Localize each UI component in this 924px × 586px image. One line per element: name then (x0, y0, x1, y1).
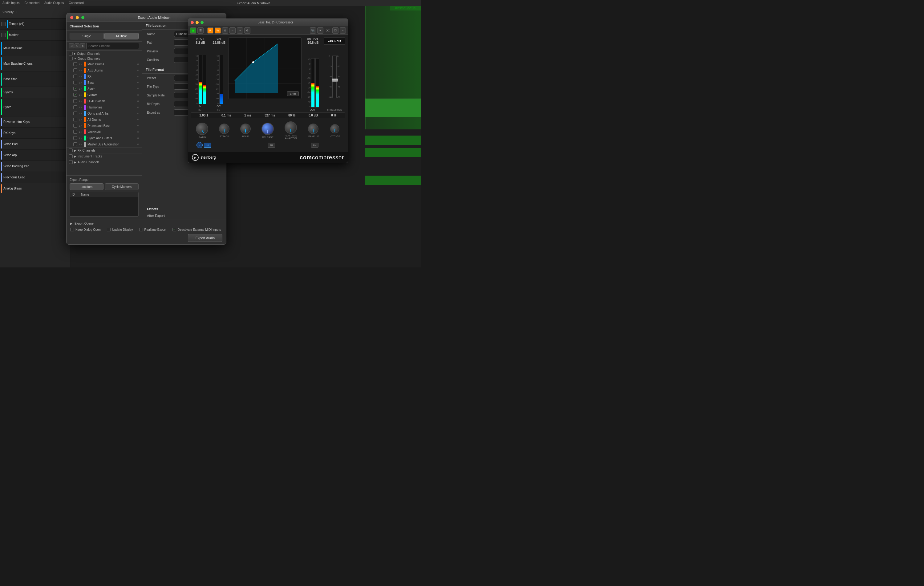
export-audio-button[interactable]: Export Audio (188, 234, 223, 242)
live-btn[interactable]: LIVE (287, 91, 299, 96)
realtime-export-item[interactable]: Realtime Export (139, 228, 166, 231)
instrument-tracks-checkbox[interactable] (69, 154, 73, 158)
ratio-knob[interactable] (196, 123, 208, 135)
bass-checkbox[interactable] (73, 81, 77, 84)
comp-qc-btn2[interactable]: ≡ (340, 27, 346, 34)
guitars-checkbox[interactable]: ✓ (73, 93, 77, 97)
comp-arrow-right-btn[interactable]: → (237, 27, 243, 34)
hold-knob[interactable] (240, 124, 251, 134)
aux-drums-checkbox[interactable] (73, 68, 77, 72)
analysis-knob[interactable] (285, 121, 297, 134)
drymix-val: 0 % (331, 114, 337, 117)
fx-channels-checkbox[interactable] (69, 149, 73, 152)
back-icon[interactable]: ◁ (69, 43, 74, 48)
export-mixdown-title: Export Audio Mixdown (89, 1, 418, 5)
channel-bass[interactable]: ♪♪ Bass ∞ (66, 79, 142, 86)
search-channel-input[interactable] (86, 43, 139, 49)
output-channels-header[interactable]: ▶ Output Channels (66, 51, 142, 56)
all-drums-checkbox[interactable] (73, 118, 77, 121)
add-track-icon[interactable]: + (16, 10, 18, 14)
forward-icon[interactable]: ▷ (74, 43, 79, 48)
channel-lead-vocals[interactable]: ♪♪ LEAD Vocals ∞ (66, 98, 142, 104)
group-channels-header[interactable]: ▼ Group Channels (66, 56, 142, 61)
group-channels-checkbox[interactable] (69, 57, 73, 60)
list-item: Tempo (v1) (0, 18, 71, 30)
channel-guitars[interactable]: ✓ ♪♪ Guitars ∞ (66, 92, 142, 98)
drymix-knob[interactable] (330, 124, 340, 134)
comp-minimize-icon[interactable] (196, 21, 199, 24)
comp-power-btn[interactable]: ◉ (190, 27, 196, 34)
channel-synth-guitars[interactable]: ♪♪ Synth and Guitars ∞ (66, 135, 142, 141)
synth-checkbox[interactable]: ✓ (73, 87, 77, 91)
close-icon[interactable] (70, 16, 73, 19)
makeup-knob[interactable] (308, 124, 318, 134)
comp-close-icon[interactable] (191, 21, 194, 24)
maximize-icon[interactable] (81, 16, 84, 19)
channel-fx[interactable]: ♪♪ FX ∞ (66, 73, 142, 79)
drums-bass-checkbox[interactable] (73, 124, 77, 127)
ratio-toggles: ◟ HI (196, 142, 211, 148)
comp-arrow-down-btn[interactable]: ▼ (317, 27, 323, 34)
comp-maximize-icon[interactable] (201, 21, 204, 24)
update-display-item[interactable]: Update Display (107, 228, 133, 231)
after-export-label[interactable]: After Export (142, 212, 226, 219)
export-queue-header[interactable]: ▶ Export Queue (70, 222, 223, 225)
comp-arrow-left-btn[interactable]: ← (229, 27, 236, 34)
output-channels-checkbox[interactable] (69, 52, 73, 56)
comp-qc-btn1[interactable]: ☐ (332, 27, 338, 34)
harmonies-checkbox[interactable] (73, 106, 77, 109)
audio-channels-header[interactable]: ▶ Audio Channels (66, 159, 142, 165)
keep-dialog-open-item[interactable]: Keep Dialog Open (70, 228, 101, 231)
comp-gear-icon[interactable]: ⚙ (244, 27, 251, 34)
cycle-markers-btn[interactable]: Cycle Markers (105, 183, 139, 190)
channel-aux-drums[interactable]: ♪♪ Aux Drums ∞ (66, 67, 142, 73)
release-knob[interactable] (261, 123, 274, 135)
comp-r-btn[interactable]: R (207, 27, 213, 34)
update-display-checkbox[interactable] (107, 228, 111, 231)
am-toggle[interactable]: AM (311, 143, 318, 148)
channel-synth[interactable]: ✓ ♪♪ Synth ∞ (66, 86, 142, 92)
comp-camera-icon[interactable]: 📷 (310, 27, 316, 34)
synth-guitars-checkbox[interactable] (73, 136, 77, 140)
channel-oohs-ahhs[interactable]: ♪♪ Oohs and Ahhs ∞ (66, 110, 142, 116)
channel-all-drums[interactable]: ♪♪ All Drums ∞ (66, 116, 142, 123)
threshold-handle[interactable] (332, 79, 338, 82)
deactivate-midi-checkbox[interactable]: ✓ (172, 228, 176, 231)
locators-btn[interactable]: Locators (69, 183, 104, 190)
deactivate-midi-item[interactable]: ✓ Deactivate External MIDI Inputs (172, 228, 221, 231)
comp-settings-icon[interactable]: ☰ (198, 27, 204, 34)
instrument-tracks-header[interactable]: ▶ Instrument Tracks (66, 153, 142, 159)
keep-dialog-open-checkbox[interactable] (70, 228, 74, 231)
ratio-curve-toggle[interactable]: ◟ (196, 142, 203, 148)
vocals-all-checkbox[interactable] (73, 130, 77, 134)
audio-channels-checkbox[interactable] (69, 160, 73, 164)
comp-w-btn[interactable]: W (214, 27, 221, 34)
svg-marker-6 (235, 44, 278, 93)
main-drums-checkbox[interactable] (73, 62, 77, 66)
channel-harmonies[interactable]: ♪♪ Harmonies ∞ (66, 104, 142, 110)
minimize-icon[interactable] (76, 16, 79, 19)
threshold-fader[interactable] (332, 55, 337, 98)
single-mode-btn[interactable]: Single (69, 33, 104, 40)
link-icon[interactable]: ⊕ (80, 43, 85, 48)
channel-main-drums[interactable]: ♪♪ Main Drums ∞ (66, 61, 142, 67)
oohs-ahhs-checkbox[interactable] (73, 112, 77, 115)
ar-toggle[interactable]: AR (268, 143, 275, 148)
channel-master-bus[interactable]: ♪♪ Master Bus Automation ∞ (66, 141, 142, 147)
fx-checkbox[interactable] (73, 74, 77, 78)
knobs-row: RATIO ATTACK HOLD RELEASE (191, 120, 345, 141)
hi-toggle[interactable]: HI (204, 143, 211, 148)
release-val: 327 ms (264, 114, 275, 117)
attack-label: ATTACK (219, 135, 229, 138)
master-bus-checkbox[interactable] (73, 142, 77, 146)
lead-vocals-checkbox[interactable] (73, 99, 77, 103)
effects-label[interactable]: Effects (142, 205, 226, 212)
fx-channels-header[interactable]: ▶ FX Channels (66, 147, 142, 153)
realtime-export-checkbox[interactable] (139, 228, 143, 231)
channel-drums-bass[interactable]: ♪♪ Drums and Bass ∞ (66, 123, 142, 129)
analysis-label: ANALYSIS (285, 137, 297, 140)
attack-knob[interactable] (219, 124, 229, 134)
multiple-mode-btn[interactable]: Multiple (104, 33, 139, 40)
comp-e-btn[interactable]: E (222, 27, 228, 34)
channel-vocals-all[interactable]: ♪♪ Vocals All ∞ (66, 129, 142, 135)
